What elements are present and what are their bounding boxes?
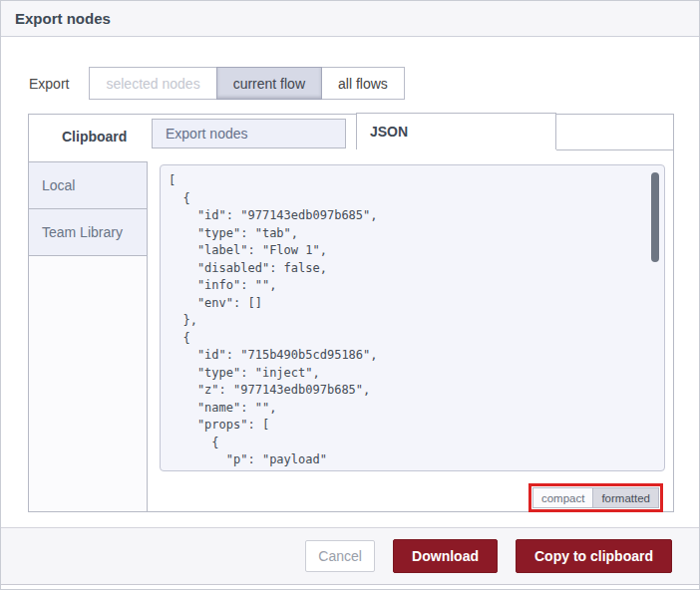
export-scope-label: Export xyxy=(29,76,69,92)
toggle-all-flows[interactable]: all flows xyxy=(321,67,405,100)
toggle-current-flow[interactable]: current flow xyxy=(216,67,322,100)
textarea-scrollbar-thumb[interactable] xyxy=(651,172,659,262)
library-title: Clipboard xyxy=(62,129,127,145)
download-button[interactable]: Download xyxy=(393,539,498,573)
library-sidebar: Local Team Library xyxy=(29,161,148,511)
format-toggle-group: compact formatted xyxy=(532,487,659,508)
library-panel: Clipboard Export nodes JSON Local Team L… xyxy=(28,114,674,512)
sidebar-item-team-library[interactable]: Team Library xyxy=(29,209,147,256)
compact-button[interactable]: compact xyxy=(532,487,593,508)
formatted-button[interactable]: formatted xyxy=(592,487,659,508)
copy-to-clipboard-button[interactable]: Copy to clipboard xyxy=(516,539,672,573)
dialog-header: Export nodes xyxy=(1,1,699,37)
tab-export-nodes[interactable]: Export nodes xyxy=(152,119,346,148)
dialog-title: Export nodes xyxy=(15,10,111,27)
cancel-button[interactable]: Cancel xyxy=(305,540,375,572)
dialog-footer: Cancel Download Copy to clipboard xyxy=(1,527,699,585)
tab-json[interactable]: JSON xyxy=(356,113,556,149)
sidebar-item-local[interactable]: Local xyxy=(29,162,147,209)
export-nodes-dialog: Export nodes Export selected nodes curre… xyxy=(0,0,700,590)
tab-baseline-divider xyxy=(556,149,673,150)
json-export-content: [ { "id": "977143edb097b685", "type": "t… xyxy=(169,172,644,466)
json-export-textarea[interactable]: [ { "id": "977143edb097b685", "type": "t… xyxy=(160,164,665,471)
export-scope-row: Export selected nodes current flow all f… xyxy=(29,67,405,100)
export-scope-toggle-group: selected nodes current flow all flows xyxy=(89,67,404,100)
toggle-selected-nodes[interactable]: selected nodes xyxy=(89,67,216,100)
format-toggle-annotation-box: compact formatted xyxy=(528,483,663,512)
